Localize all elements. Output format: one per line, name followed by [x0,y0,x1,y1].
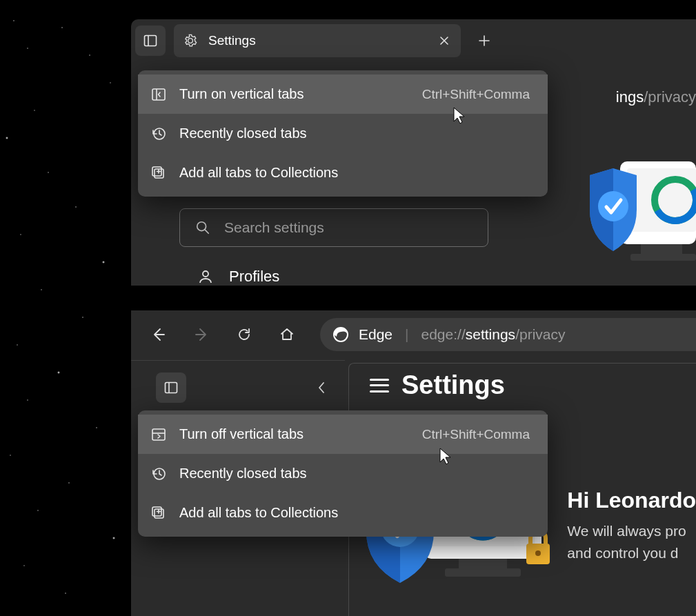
collections-icon [150,165,167,181]
close-tab-button[interactable] [437,34,451,48]
collapse-sidebar-button[interactable] [308,372,335,403]
svg-point-4 [203,271,208,277]
back-arrow-icon [150,326,167,343]
url-path: /privacy [515,326,565,342]
gear-icon [183,34,197,48]
svg-rect-8 [630,254,696,261]
menu-item-add-to-collections[interactable]: Add all tabs to Collections [138,493,548,533]
url-text: ings [616,88,644,106]
svg-point-11 [598,191,628,221]
history-icon [150,466,167,482]
history-icon [150,126,167,142]
profile-icon [197,268,214,285]
svg-rect-6 [627,168,696,232]
menu-label: Recently closed tabs [179,126,530,141]
navigation-toolbar: Edge | edge://settings/privacy [131,310,696,359]
menu-item-turn-off-vertical-tabs[interactable]: Turn off vertical tabs Ctrl+Shift+Comma [138,415,548,454]
address-bar-partial: ings/privacy [616,88,696,106]
hamburger-icon[interactable] [370,379,389,393]
greeting-line: We will always pro [567,520,696,542]
menu-label: Add all tabs to Collections [179,505,530,521]
refresh-button[interactable] [226,318,262,351]
plus-icon [477,34,491,48]
title-bar: Settings [131,19,696,62]
forward-arrow-icon [193,326,210,343]
search-icon [195,220,210,235]
greeting-heading: Hi Leonardo [567,488,696,513]
menu-label: Add all tabs to Collections [179,165,530,181]
svg-rect-7 [641,244,682,254]
menu-label: Turn off vertical tabs [179,426,410,442]
address-url: edge://settings/privacy [421,326,566,343]
greeting-line: and control you d [567,542,696,564]
menu-label: Turn on vertical tabs [179,86,410,102]
collections-icon [150,505,167,521]
home-icon [279,326,295,343]
menu-item-recently-closed[interactable]: Recently closed tabs [138,454,548,493]
svg-rect-18 [166,383,177,393]
svg-rect-23 [445,568,521,577]
svg-rect-22 [459,559,507,568]
address-bar[interactable]: Edge | edge://settings/privacy [320,318,696,351]
browser-tab[interactable]: Settings [174,24,461,57]
nav-item-profiles[interactable]: Profiles [197,268,279,286]
menu-item-recently-closed[interactable]: Recently closed tabs [138,114,548,153]
menu-shortcut: Ctrl+Shift+Comma [422,87,530,102]
privacy-illustration [586,148,696,286]
url-path: /privacy [644,88,696,106]
tab-actions-menu: Turn on vertical tabs Ctrl+Shift+Comma R… [138,70,548,197]
search-settings-input[interactable]: Search settings [179,208,488,247]
nav-label: Profiles [229,268,279,286]
menu-item-turn-on-vertical-tabs[interactable]: Turn on vertical tabs Ctrl+Shift+Comma [138,74,548,114]
url-scheme: edge:// [421,326,466,342]
tab-actions-icon [164,381,178,395]
new-tab-button[interactable] [469,26,499,56]
separator: | [405,326,408,343]
tab-actions-button-vertical[interactable] [156,372,186,403]
svg-point-27 [535,550,541,556]
settings-title: Settings [401,370,505,400]
edge-logo-icon [332,326,349,343]
forward-button[interactable] [183,318,219,351]
vertical-tabs-off-icon [150,426,167,443]
tab-actions-button[interactable] [135,26,166,56]
svg-line-3 [205,230,208,233]
close-icon [439,35,450,46]
settings-heading: Settings [370,370,505,400]
home-button[interactable] [269,318,305,351]
tab-actions-menu: Turn off vertical tabs Ctrl+Shift+Comma … [138,410,548,537]
tab-title: Settings [208,33,426,48]
tab-actions-icon [143,34,157,48]
toolbar-divider [131,360,345,361]
url-host: settings [466,326,515,342]
menu-item-add-to-collections[interactable]: Add all tabs to Collections [138,153,548,192]
greeting-block: Hi Leonardo We will always pro and contr… [567,488,696,564]
vertical-tabs-on-icon [150,86,167,103]
svg-rect-0 [145,36,157,46]
search-placeholder: Search settings [224,219,324,236]
chevron-left-icon [317,381,326,395]
refresh-icon [236,326,252,343]
menu-shortcut: Ctrl+Shift+Comma [422,427,530,442]
address-brand: Edge [359,326,392,343]
menu-label: Recently closed tabs [179,466,530,481]
back-button[interactable] [141,318,177,351]
